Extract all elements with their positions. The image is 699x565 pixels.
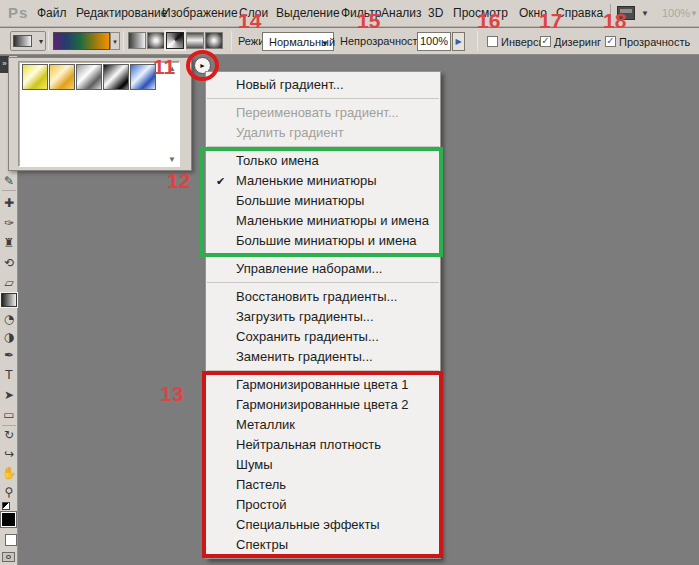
annotation-number-15: 15 [357, 10, 380, 32]
brush-tool[interactable]: ✑ [0, 216, 18, 230]
options-divider [48, 31, 49, 51]
hand-tool[interactable]: ✋ [0, 466, 18, 480]
menu-item-load-gradients[interactable]: Загрузить градиенты... [206, 307, 440, 327]
reflected-gradient-button[interactable] [186, 32, 204, 49]
gradient-swatch-yellow[interactable] [22, 64, 48, 90]
dodge-tool[interactable]: ◑ [0, 330, 18, 344]
annotation-green-box-view-modes [200, 147, 443, 257]
annotation-red-box-preset-libraries [202, 371, 443, 558]
gradient-swatch-silver[interactable] [76, 64, 102, 90]
pen-tool[interactable]: ✒ [0, 348, 18, 362]
eyedropper-tool[interactable]: ✎ [0, 174, 18, 188]
path-selection-tool[interactable]: ➤ [0, 388, 18, 402]
quick-mask-icon[interactable] [2, 552, 15, 562]
menu-item-delete-gradient: Удалить градиент [206, 123, 440, 143]
menu-item-preset-manager[interactable]: Управление наборами... [206, 259, 440, 279]
zoom-level-value[interactable]: 100% [662, 7, 690, 19]
opacity-slider-button[interactable]: ▶ [452, 32, 465, 51]
dither-label[interactable]: Дизеринг [554, 36, 601, 48]
tool-preset-picker-button[interactable]: ▾ [10, 31, 46, 51]
tool-options-bar: ▾ ▾ Режим: Нормальный ▼ Непрозрачность: … [0, 28, 699, 55]
gradient-picker-dropdown-button[interactable]: ▾ [110, 32, 120, 50]
menu-3d[interactable]: 3D [428, 6, 443, 20]
spot-healing-brush-tool[interactable]: ✚ [0, 196, 18, 210]
background-color-swatch[interactable] [5, 534, 17, 546]
foreground-color-swatch[interactable] [1, 512, 16, 527]
menu-bar: Ps Файл Редактирование Изображение Слои … [0, 0, 699, 27]
type-tool[interactable]: T [0, 368, 18, 382]
menu-item-reset-gradients[interactable]: Восстановить градиенты... [206, 287, 440, 307]
menu-item-save-gradients[interactable]: Сохранить градиенты... [206, 327, 440, 347]
zoom-tool[interactable]: ⚲ [0, 485, 18, 499]
3d-rotate-tool[interactable]: ↻ [0, 428, 18, 442]
invert-checkbox[interactable] [487, 36, 498, 47]
annotation-number-16: 16 [477, 10, 500, 32]
options-divider [231, 31, 232, 51]
menu-analysis[interactable]: Анализ [381, 6, 422, 20]
menu-help[interactable]: Справка [556, 6, 603, 20]
annotation-number-17: 17 [539, 10, 562, 32]
blend-mode-caret-icon: ▼ [321, 39, 329, 48]
scroll-down-icon[interactable]: ▼ [168, 155, 176, 164]
annotation-number-14: 14 [238, 10, 261, 32]
check-icon: ✓ [606, 35, 614, 46]
transparency-label[interactable]: Прозрачность [619, 36, 690, 48]
transparency-checkbox[interactable]: ✓ [605, 36, 616, 47]
gradient-preview[interactable] [53, 32, 110, 50]
menu-item-replace-gradients[interactable]: Заменить градиенты... [206, 347, 440, 367]
opacity-label: Непрозрачность: [340, 35, 426, 47]
history-brush-tool[interactable]: ⟲ [0, 256, 18, 270]
options-divider [477, 31, 478, 51]
photoshop-logo: Ps [8, 4, 28, 21]
blend-mode-select[interactable]: Нормальный ▼ [262, 32, 334, 51]
annotation-number-12: 12 [167, 170, 190, 192]
menu-select[interactable]: Выделение [276, 6, 340, 20]
dither-checkbox[interactable]: ✓ [540, 36, 551, 47]
diamond-gradient-button[interactable] [205, 32, 223, 49]
annotation-number-11: 11 [153, 56, 175, 78]
gradient-thumbnail-icon [13, 35, 32, 47]
menu-image[interactable]: Изображение [162, 6, 238, 20]
check-icon: ✓ [541, 35, 549, 46]
preset-caret-icon: ▾ [39, 37, 43, 46]
angle-gradient-button-selected[interactable] [166, 32, 184, 49]
annotation-number-18: 18 [603, 10, 626, 32]
gradient-swatch-black-white[interactable] [103, 64, 129, 90]
opacity-input[interactable]: 100% [417, 32, 451, 51]
menu-item-new-gradient[interactable]: Новый градиент... [206, 75, 440, 95]
shape-tool[interactable]: ▭ [0, 408, 18, 422]
default-colors-icon[interactable] [2, 502, 10, 510]
blur-tool[interactable]: ◔ [0, 312, 18, 326]
menu-separator [207, 282, 439, 283]
eraser-tool[interactable]: ▱ [0, 276, 18, 290]
menu-item-rename-gradient: Переименовать градиент... [206, 103, 440, 123]
zoom-caret-icon: ▼ [690, 9, 698, 18]
linear-gradient-button[interactable] [128, 32, 146, 49]
menu-separator [207, 98, 439, 99]
3d-orbit-tool[interactable]: ↪ [0, 447, 18, 461]
menu-file[interactable]: Файл [37, 6, 67, 20]
workspace-caret-icon[interactable]: ▼ [641, 9, 649, 18]
tools-divider [2, 425, 16, 426]
options-divider [123, 31, 124, 51]
gradient-swatch-gold[interactable] [49, 64, 75, 90]
clone-stamp-tool[interactable]: ♜ [0, 236, 18, 250]
annotation-circle-flyout-button [186, 50, 219, 81]
radial-gradient-button[interactable] [147, 32, 165, 49]
gradient-tool-selected[interactable] [1, 293, 17, 307]
menu-edit[interactable]: Редактирование [76, 6, 167, 20]
tools-divider [2, 190, 16, 191]
annotation-number-13: 13 [160, 383, 183, 405]
